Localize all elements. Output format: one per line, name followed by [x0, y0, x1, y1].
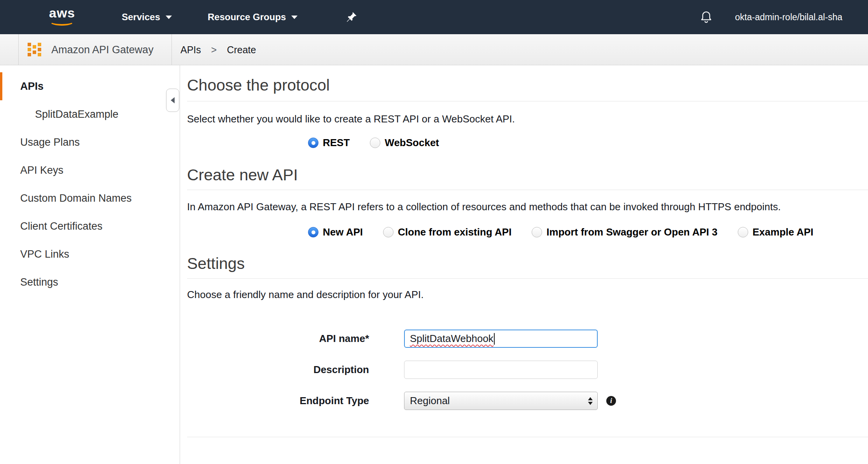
divider — [187, 278, 868, 279]
protocol-radio-group: REST WebSocket — [308, 137, 868, 149]
chevron-down-icon — [166, 16, 172, 19]
protocol-description: Select whether you would like to create … — [187, 113, 868, 125]
endpoint-type-label: Endpoint Type — [187, 395, 369, 407]
sidebar-nav: APIs SplitDataExample Usage Plans API Ke… — [0, 65, 180, 296]
breadcrumb-create: Create — [227, 44, 256, 56]
endpoint-type-row: Endpoint Type Regional i — [187, 392, 868, 410]
sidebar: APIs SplitDataExample Usage Plans API Ke… — [0, 65, 180, 464]
text-cursor — [494, 333, 495, 345]
account-menu-label: okta-admin-role/bilal.al-sha — [735, 12, 842, 23]
resource-groups-menu[interactable]: Resource Groups — [208, 0, 298, 34]
sidebar-collapse-button[interactable] — [166, 89, 179, 112]
radio-clone[interactable] — [383, 227, 394, 237]
info-icon[interactable]: i — [606, 396, 616, 406]
aws-smile-icon — [50, 18, 74, 26]
radio-option-example[interactable]: Example API — [738, 226, 814, 238]
sidebar-item-label: Usage Plans — [20, 136, 80, 148]
sidebar-item-usage-plans[interactable]: Usage Plans — [0, 128, 180, 156]
radio-option-clone[interactable]: Clone from existing API — [383, 226, 511, 238]
sidebar-item-client-certificates[interactable]: Client Certificates — [0, 212, 180, 240]
sidebar-item-custom-domain-names[interactable]: Custom Domain Names — [0, 184, 180, 212]
radio-websocket[interactable] — [370, 138, 380, 148]
radio-websocket-label: WebSocket — [385, 137, 439, 149]
divider — [187, 190, 868, 190]
main-content: Choose the protocol Select whether you w… — [180, 65, 868, 464]
sidebar-item-label: APIs — [20, 80, 44, 92]
create-section-title: Create new API — [187, 166, 868, 184]
info-icon-glyph: i — [610, 397, 612, 405]
divider — [172, 34, 172, 65]
divider — [187, 101, 868, 101]
aws-logo[interactable]: aws — [49, 6, 79, 28]
top-nav: aws Services Resource Groups okta-admin-… — [0, 0, 868, 34]
pin-icon[interactable] — [345, 11, 358, 23]
radio-new-api-label: New API — [323, 226, 363, 238]
service-name-label: Amazon API Gateway — [51, 44, 154, 56]
radio-rest-label: REST — [323, 137, 350, 149]
endpoint-type-value: Regional — [410, 395, 450, 407]
radio-option-websocket[interactable]: WebSocket — [370, 137, 439, 149]
settings-description: Choose a friendly name and description f… — [187, 289, 868, 301]
resource-groups-menu-label: Resource Groups — [208, 12, 286, 23]
page-title: Choose the protocol — [187, 76, 868, 94]
api-name-value: SplitDataWebhook — [410, 333, 494, 345]
bell-icon[interactable] — [699, 10, 713, 24]
services-menu[interactable]: Services — [122, 0, 172, 34]
radio-example[interactable] — [738, 227, 748, 237]
api-name-label: API name* — [187, 333, 369, 345]
radio-rest[interactable] — [308, 138, 318, 148]
sidebar-item-label: Client Certificates — [20, 220, 103, 232]
chevron-down-icon — [291, 16, 298, 19]
radio-option-rest[interactable]: REST — [308, 137, 350, 149]
api-gateway-icon — [26, 42, 43, 58]
sidebar-item-label: API Keys — [20, 164, 63, 176]
description-input[interactable] — [404, 361, 598, 379]
sidebar-item-label: SplitDataExample — [35, 108, 119, 120]
radio-new-api[interactable] — [308, 227, 318, 237]
chevron-left-icon — [171, 97, 175, 103]
api-name-input[interactable]: SplitDataWebhook — [404, 330, 598, 348]
create-description: In Amazon API Gateway, a REST API refers… — [187, 201, 868, 213]
radio-import[interactable] — [532, 227, 542, 237]
sidebar-item-splitdataexample[interactable]: SplitDataExample — [0, 100, 180, 128]
radio-import-label: Import from Swagger or Open API 3 — [546, 226, 718, 238]
settings-section-title: Settings — [187, 255, 868, 273]
description-row: Description — [187, 361, 868, 379]
settings-form: API name* SplitDataWebhook Description E… — [187, 330, 868, 410]
service-name[interactable]: Amazon API Gateway — [51, 34, 154, 65]
sidebar-item-label: VPC Links — [20, 248, 69, 260]
breadcrumb-separator: > — [211, 44, 217, 56]
endpoint-type-select[interactable]: Regional — [404, 392, 598, 410]
sidebar-item-apis[interactable]: APIs — [0, 72, 180, 100]
account-menu[interactable]: okta-admin-role/bilal.al-sha — [735, 0, 868, 34]
radio-option-new-api[interactable]: New API — [308, 226, 363, 238]
radio-clone-label: Clone from existing API — [398, 226, 511, 238]
create-radio-group: New API Clone from existing API Import f… — [308, 226, 868, 238]
radio-example-label: Example API — [752, 226, 814, 238]
sidebar-item-label: Custom Domain Names — [20, 192, 132, 204]
description-label: Description — [187, 364, 369, 376]
service-header: Amazon API Gateway APIs > Create — [0, 34, 868, 65]
sidebar-item-api-keys[interactable]: API Keys — [0, 156, 180, 184]
up-down-arrows-icon — [588, 397, 593, 405]
sidebar-item-label: Settings — [20, 276, 58, 288]
divider — [187, 437, 868, 437]
services-menu-label: Services — [122, 12, 160, 23]
divider — [18, 34, 19, 65]
api-name-row: API name* SplitDataWebhook — [187, 330, 868, 348]
breadcrumb: APIs > Create — [180, 34, 256, 65]
sidebar-item-settings[interactable]: Settings — [0, 268, 180, 296]
radio-option-import[interactable]: Import from Swagger or Open API 3 — [532, 226, 718, 238]
sidebar-item-vpc-links[interactable]: VPC Links — [0, 240, 180, 268]
breadcrumb-apis[interactable]: APIs — [180, 44, 201, 56]
